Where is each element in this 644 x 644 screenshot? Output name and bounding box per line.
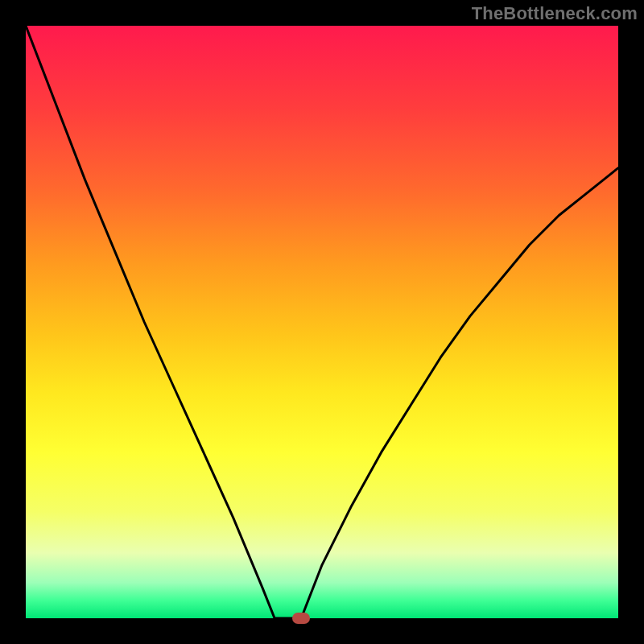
bottleneck-curve (26, 26, 618, 618)
chart-frame: TheBottleneck.com (0, 0, 644, 644)
plot-area (26, 26, 618, 618)
attribution-text: TheBottleneck.com (472, 3, 638, 24)
optimum-marker (292, 613, 310, 624)
curve-path (26, 26, 618, 618)
